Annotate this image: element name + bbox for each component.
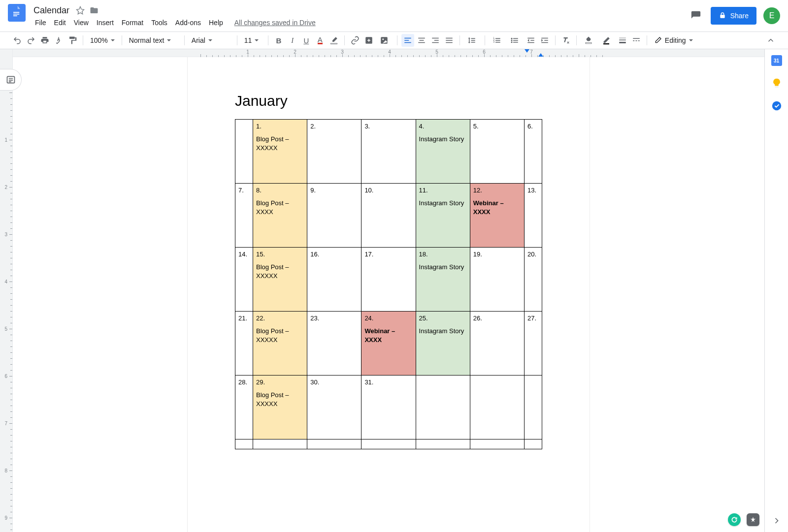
zoom-select[interactable]: 100% [87, 34, 118, 47]
svg-rect-21 [635, 40, 637, 41]
align-left-button[interactable] [401, 34, 414, 47]
border-width-button[interactable] [616, 34, 629, 47]
folder-move-icon[interactable] [89, 5, 99, 15]
menu-help[interactable]: Help [205, 18, 227, 28]
undo-button[interactable] [11, 34, 24, 47]
bold-button[interactable]: B [272, 34, 285, 47]
text-color-button[interactable]: A [314, 34, 327, 47]
svg-point-7 [382, 38, 384, 40]
separator [397, 35, 397, 45]
align-justify-button[interactable] [443, 34, 456, 47]
svg-rect-18 [619, 42, 626, 43]
separator [460, 35, 460, 45]
menu-insert[interactable]: Insert [93, 18, 117, 28]
separator [237, 35, 237, 45]
svg-rect-2 [13, 14, 19, 15]
separator [576, 35, 577, 45]
increase-indent-button[interactable] [538, 34, 551, 47]
insert-link-button[interactable] [349, 34, 361, 47]
share-button-label: Share [730, 12, 749, 20]
paint-format-button[interactable] [66, 34, 79, 47]
svg-rect-4 [720, 15, 724, 18]
svg-text:3: 3 [493, 41, 494, 43]
font-family-value: Arial [192, 36, 205, 44]
redo-button[interactable] [25, 34, 37, 47]
menu-tools[interactable]: Tools [148, 18, 171, 28]
separator [485, 35, 485, 45]
numbered-list-button[interactable]: 123 [489, 34, 506, 47]
document-title[interactable]: Calendar [32, 4, 71, 16]
menu-add-ons[interactable]: Add-ons [172, 18, 204, 28]
svg-point-13 [511, 41, 512, 43]
bulleted-list-button[interactable] [507, 34, 524, 47]
share-button[interactable]: Share [711, 7, 756, 25]
font-family-select[interactable]: Arial [189, 34, 233, 47]
paragraph-style-select[interactable]: Normal text [126, 34, 180, 47]
align-right-button[interactable] [429, 34, 442, 47]
zoom-value: 100% [90, 36, 108, 44]
paragraph-style-value: Normal text [129, 36, 164, 44]
separator [647, 35, 647, 45]
separator [344, 35, 345, 45]
insert-image-button[interactable] [376, 34, 393, 47]
editing-mode-select[interactable]: Editing [651, 34, 696, 47]
print-button[interactable] [38, 34, 51, 47]
separator [555, 35, 556, 45]
separator [184, 35, 185, 45]
separator [122, 35, 122, 45]
menu-view[interactable]: View [70, 18, 92, 28]
italic-button[interactable]: I [286, 34, 299, 47]
svg-point-11 [511, 38, 512, 39]
editing-mode-value: Editing [665, 36, 686, 44]
collapse-toolbar-button[interactable] [764, 34, 777, 47]
spellcheck-button[interactable] [52, 34, 65, 47]
svg-rect-16 [619, 38, 626, 38]
separator [83, 35, 83, 45]
cell-fill-color-button[interactable] [581, 34, 597, 47]
save-status[interactable]: All changes saved in Drive [234, 19, 316, 27]
align-center-button[interactable] [415, 34, 428, 47]
svg-rect-15 [603, 43, 609, 44]
border-color-button[interactable] [598, 34, 615, 47]
toolbar: 100% Normal text Arial 11 B I U A 123 Ed… [0, 31, 788, 49]
menu-format[interactable]: Format [118, 18, 147, 28]
font-size-value: 11 [244, 36, 252, 44]
svg-rect-20 [633, 40, 634, 41]
star-icon[interactable] [75, 5, 85, 15]
svg-point-12 [511, 40, 512, 41]
svg-rect-17 [619, 40, 626, 41]
title-bar: Calendar FileEditViewInsertFormatToolsAd… [0, 0, 788, 31]
menu-file[interactable]: File [32, 18, 50, 28]
svg-rect-22 [638, 40, 640, 41]
highlight-color-button[interactable] [328, 34, 340, 47]
add-comment-button[interactable] [362, 34, 375, 47]
font-size-select[interactable]: 11 [241, 34, 264, 47]
decrease-indent-button[interactable] [525, 34, 537, 47]
svg-rect-1 [13, 12, 19, 13]
line-spacing-button[interactable] [464, 34, 481, 47]
underline-button[interactable]: U [300, 34, 313, 47]
svg-rect-19 [633, 38, 640, 39]
svg-rect-14 [586, 43, 591, 44]
svg-rect-3 [13, 15, 17, 16]
separator [268, 35, 268, 45]
docs-logo-icon[interactable] [8, 4, 26, 22]
clear-formatting-button[interactable] [559, 34, 572, 47]
open-comments-button[interactable] [688, 8, 704, 24]
border-style-button[interactable] [630, 34, 643, 47]
account-avatar[interactable]: E [763, 7, 780, 24]
menu-bar: FileEditViewInsertFormatToolsAdd-onsHelp… [32, 17, 688, 29]
menu-edit[interactable]: Edit [51, 18, 69, 28]
